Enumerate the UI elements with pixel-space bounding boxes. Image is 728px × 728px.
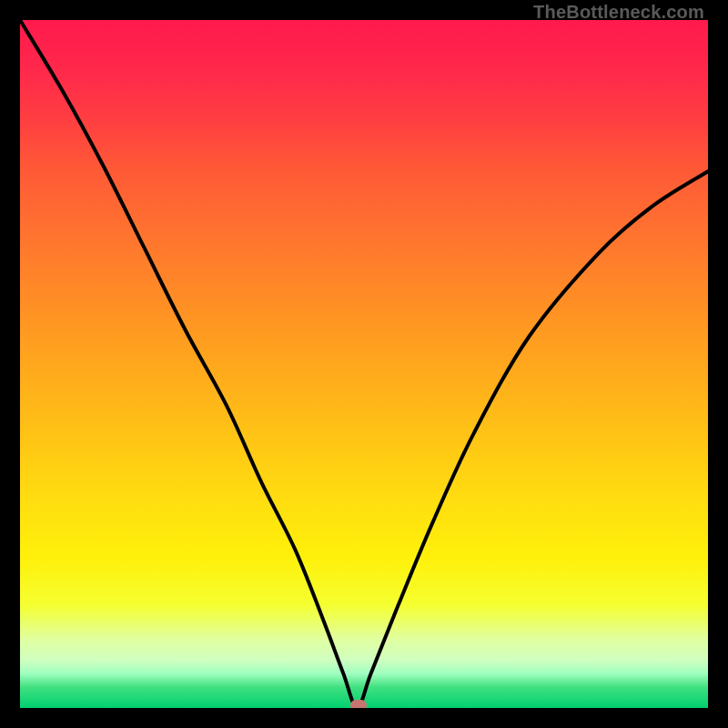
chart-frame xyxy=(0,0,728,728)
watermark-text: TheBottleneck.com xyxy=(533,2,704,23)
